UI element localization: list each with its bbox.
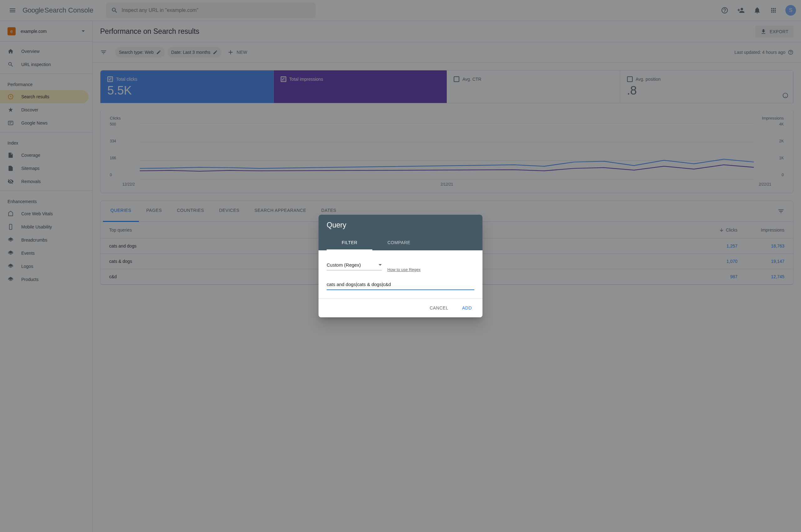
match-type-select[interactable]: Custom (Regex)	[327, 260, 382, 270]
modal-tab-compare[interactable]: COMPARE	[372, 236, 425, 250]
modal-header: Query FILTER COMPARE	[319, 215, 482, 250]
query-filter-modal: Query FILTER COMPARE Custom (Regex) How …	[319, 215, 482, 317]
modal-footer: CANCEL ADD	[319, 298, 482, 317]
modal-tabs: FILTER COMPARE	[327, 236, 474, 250]
add-button[interactable]: ADD	[457, 302, 477, 314]
modal-body: Custom (Regex) How to use Regex	[319, 250, 482, 298]
cancel-button[interactable]: CANCEL	[424, 302, 454, 314]
regex-help-link[interactable]: How to use Regex	[387, 267, 421, 272]
modal-overlay[interactable]: Query FILTER COMPARE Custom (Regex) How …	[0, 0, 801, 532]
query-text-input[interactable]	[327, 279, 474, 290]
dropdown-icon	[379, 264, 382, 266]
select-value: Custom (Regex)	[327, 262, 361, 268]
modal-title: Query	[327, 221, 474, 229]
modal-tab-filter[interactable]: FILTER	[327, 236, 372, 250]
